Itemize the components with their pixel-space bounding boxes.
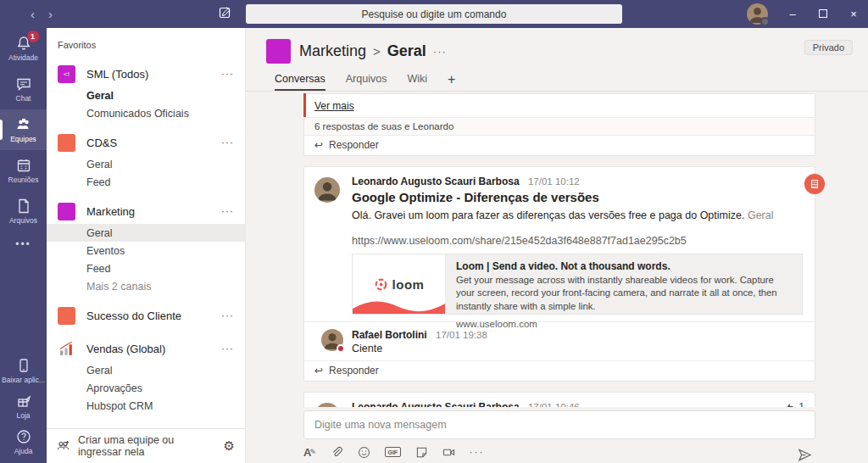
message-author[interactable]: Leonardo Augusto Scauri Barbosa (352, 401, 520, 407)
reply-author[interactable]: Rafael Bortolini (352, 329, 427, 341)
message-author[interactable]: Leonardo Augusto Scauri Barbosa (352, 176, 520, 187)
avatar[interactable] (321, 329, 343, 351)
privacy-badge: Privado (804, 40, 853, 55)
gear-icon[interactable]: ⚙ (224, 438, 235, 454)
channel-team-avatar (266, 39, 291, 64)
breadcrumb-team[interactable]: Marketing (299, 42, 366, 60)
team-sucesso: Sucesso do Cliente ··· (47, 303, 245, 328)
message-input[interactable] (303, 410, 815, 439)
bell-icon: 1 (15, 35, 32, 52)
channel-cds-geral[interactable]: Geral (47, 155, 245, 173)
create-or-join-team[interactable]: Criar uma equipe ou ingressar nela ⚙ (47, 428, 245, 463)
replies-summary[interactable]: 6 respostas de suas e Leonardo (304, 117, 815, 135)
channel-marketing-mais[interactable]: Mais 2 canais (47, 277, 245, 295)
channel-sml-comunicados[interactable]: Comunicados Oficiais (47, 104, 245, 122)
more-options-icon[interactable]: ··· (221, 343, 234, 354)
team-row-cds[interactable]: CD&S ··· (47, 130, 245, 155)
channel-more-icon[interactable]: ··· (433, 45, 447, 58)
channel-marketing-feed[interactable]: Feed (47, 259, 245, 277)
link-preview-card[interactable]: loom Loom | Send a video. Not a thousand… (352, 254, 803, 315)
more-options-icon[interactable]: ··· (221, 137, 234, 148)
reply-row[interactable]: ↩ Responder (304, 135, 815, 155)
gif-icon[interactable]: GIF (385, 445, 401, 459)
team-cds: CD&S ··· Geral Feed (47, 130, 245, 191)
breadcrumb: Marketing > Geral ··· (299, 42, 447, 60)
format-icon[interactable]: A✎ (303, 445, 316, 459)
send-icon[interactable] (798, 448, 812, 463)
rail-more-icon[interactable]: ••• (0, 232, 47, 257)
team-row-sucesso[interactable]: Sucesso do Cliente ··· (47, 303, 245, 328)
loom-wordmark: loom (392, 277, 425, 292)
attach-icon[interactable] (331, 445, 343, 459)
team-sml: <! SML (Todos) ··· Geral Comunicados Ofi… (47, 61, 245, 122)
ver-mais-link[interactable]: Ver mais (314, 100, 354, 112)
user-avatar[interactable] (747, 3, 768, 25)
add-tab-icon[interactable]: + (448, 72, 455, 91)
channel-vendas-hubspot[interactable]: Hubspot CRM (47, 397, 245, 415)
add-team-icon (57, 439, 70, 453)
rail-item-atividade[interactable]: 1 Atividade (0, 28, 47, 69)
thread-card-top: Ver mais 6 respostas de suas e Leonardo … (303, 93, 815, 156)
channel-header: Marketing > Geral ··· Privado Conversas … (246, 28, 868, 92)
team-avatar-vendas-chart (58, 340, 75, 358)
rail-item-ajuda[interactable]: Ajuda (0, 424, 47, 460)
more-options-icon[interactable]: ··· (221, 310, 234, 321)
forward-icon[interactable]: › (48, 8, 53, 20)
reply-row[interactable]: ↩ Responder (304, 360, 815, 381)
channel-marketing-geral[interactable]: Geral (47, 224, 245, 242)
message-card-1: Leonardo Augusto Scauri Barbosa 17/01 10… (303, 166, 815, 382)
channel-vendas-aprovacoes[interactable]: Aprovações (47, 379, 245, 397)
meet-now-icon[interactable] (442, 445, 455, 459)
presence-badge (760, 17, 770, 26)
emoji-icon[interactable] (358, 445, 370, 459)
channel-cds-feed[interactable]: Feed (47, 173, 245, 191)
tab-conversas[interactable]: Conversas (275, 73, 326, 91)
channel-mention[interactable]: Geral (748, 209, 774, 221)
link-preview-title: Loom | Send a video. Not a thousand word… (456, 260, 792, 272)
team-row-sml[interactable]: <! SML (Todos) ··· (47, 61, 245, 86)
teams-window: ‹ › Pesquise ou digite um comando – × (0, 0, 868, 463)
rail-item-chat[interactable]: Chat (0, 69, 47, 109)
compose-area: A✎ GIF ··· (246, 407, 868, 463)
team-avatar-marketing (58, 203, 75, 220)
activity-badge: 1 (27, 31, 39, 42)
rail-item-baixar-app[interactable]: Baixar aplic... (0, 353, 47, 388)
new-chat-icon[interactable] (219, 6, 232, 23)
rail-item-arquivos[interactable]: Arquivos (0, 191, 47, 232)
more-options-icon[interactable]: ··· (470, 445, 485, 459)
busy-presence-badge (337, 344, 345, 353)
compose-toolbar: A✎ GIF ··· (303, 445, 815, 459)
tab-arquivos[interactable]: Arquivos (346, 73, 387, 91)
team-row-vendas[interactable]: Vendas (Global) ··· (47, 336, 245, 361)
rail-item-equipes[interactable]: Equipes (0, 109, 47, 150)
reply-text: Ciente (352, 343, 487, 354)
avatar[interactable] (314, 177, 340, 203)
rail-item-loja[interactable]: Loja (0, 388, 47, 424)
calendar-icon (15, 157, 32, 174)
message-list[interactable]: Ver mais 6 respostas de suas e Leonardo … (246, 92, 868, 407)
channel-marketing-eventos[interactable]: Eventos (47, 242, 245, 259)
titlebar: ‹ › Pesquise ou digite um comando – × (0, 0, 868, 28)
tab-wiki[interactable]: Wiki (407, 73, 427, 91)
message-subject: Google Optimize - Diferenças de versões (352, 190, 803, 204)
message-body: Olá. Gravei um loom para fazer as difere… (352, 208, 803, 223)
download-app-icon (15, 357, 32, 374)
link-preview-thumbnail: loom (353, 254, 446, 314)
message-link[interactable]: https://www.useloom.com/share/215e452da3… (352, 235, 803, 247)
reply-arrow-icon: ↩ (314, 139, 323, 151)
sticker-icon[interactable] (415, 445, 428, 459)
ver-mais-row: Ver mais (304, 94, 815, 117)
search-input[interactable]: Pesquise ou digite um comando (246, 4, 622, 24)
channel-sml-geral[interactable]: Geral (47, 86, 245, 104)
maximize-button[interactable] (817, 8, 829, 20)
close-button[interactable]: × (848, 8, 860, 20)
team-avatar-sucesso (58, 307, 75, 325)
back-icon[interactable]: ‹ (31, 8, 35, 20)
channel-vendas-geral[interactable]: Geral (47, 361, 245, 379)
rail-item-reunioes[interactable]: Reuniões (0, 150, 47, 191)
team-row-marketing[interactable]: Marketing ··· (47, 198, 245, 224)
minimize-button[interactable]: – (787, 8, 798, 20)
app-rail: 1 Atividade Chat (0, 28, 47, 463)
more-options-icon[interactable]: ··· (221, 205, 234, 217)
more-options-icon[interactable]: ··· (221, 68, 234, 80)
